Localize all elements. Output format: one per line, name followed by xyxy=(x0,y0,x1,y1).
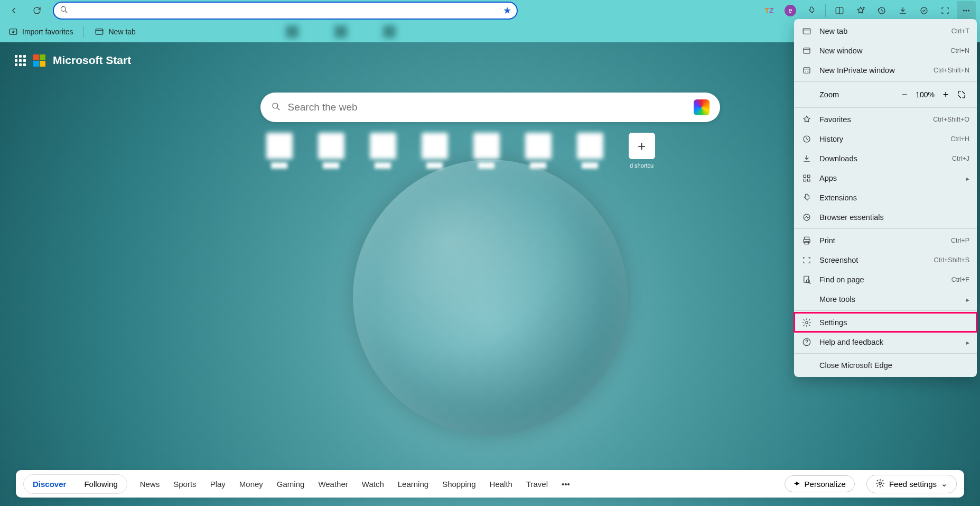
tab-discover[interactable]: Discover xyxy=(25,476,73,492)
feed-link-learning[interactable]: Learning xyxy=(397,476,430,492)
menu-screenshot[interactable]: Screenshot Ctrl+Shift+S xyxy=(794,250,977,270)
feed-settings-button[interactable]: Feed settings ⌄ xyxy=(866,475,957,493)
svg-rect-11 xyxy=(804,48,810,53)
browser-essentials-icon[interactable] xyxy=(914,1,934,20)
find-icon xyxy=(801,274,812,285)
download-icon xyxy=(801,153,812,164)
shortcut-item[interactable]: ████ xyxy=(318,133,345,169)
new-tab-favorite[interactable]: New tab xyxy=(90,25,139,39)
toolbar-divider xyxy=(825,4,826,17)
app-launcher-icon[interactable] xyxy=(15,55,26,66)
chevron-right-icon xyxy=(966,338,969,346)
address-input[interactable] xyxy=(73,6,503,15)
menu-more-tools[interactable]: More tools xyxy=(794,289,977,309)
svg-rect-10 xyxy=(803,28,810,34)
feed-link-weather[interactable]: Weather xyxy=(317,476,349,492)
menu-browser-essentials[interactable]: Browser essentials xyxy=(794,207,977,227)
menu-settings[interactable]: Settings xyxy=(794,312,977,332)
shortcut-item[interactable]: ████ xyxy=(266,133,293,169)
feed-more-icon[interactable]: ••• xyxy=(561,476,571,492)
feed-link-shopping[interactable]: Shopping xyxy=(441,476,477,492)
extension-tz-icon[interactable]: TZ xyxy=(760,1,779,20)
search-icon xyxy=(271,102,281,114)
background-bubble xyxy=(353,160,628,435)
shortcut-item[interactable]: ████ xyxy=(576,133,604,169)
copilot-icon[interactable] xyxy=(694,99,710,115)
feed-link-watch[interactable]: Watch xyxy=(361,476,385,492)
menu-help-feedback[interactable]: Help and feedback xyxy=(794,332,977,352)
blurred-favorites xyxy=(284,25,398,38)
feed-link-money[interactable]: Money xyxy=(238,476,264,492)
menu-inprivate-window[interactable]: New InPrivate window Ctrl+Shift+N xyxy=(794,60,977,80)
favorite-star-icon[interactable]: ★ xyxy=(503,5,511,16)
import-icon xyxy=(8,27,18,36)
split-screen-icon[interactable] xyxy=(830,1,849,20)
menu-zoom-row: Zoom − 100% + xyxy=(794,84,977,106)
svg-point-4 xyxy=(966,10,967,11)
svg-rect-17 xyxy=(808,179,810,181)
svg-rect-16 xyxy=(804,179,806,181)
menu-downloads[interactable]: Downloads Ctrl+J xyxy=(794,149,977,168)
shortcut-item[interactable]: ████ xyxy=(369,133,397,169)
add-shortcut-button[interactable]: +d shortcu xyxy=(628,133,656,169)
svg-rect-18 xyxy=(805,237,809,240)
favorites-icon[interactable] xyxy=(851,1,870,20)
menu-print[interactable]: Print Ctrl+P xyxy=(794,231,977,250)
screenshot-icon[interactable] xyxy=(936,1,955,20)
web-search-input[interactable] xyxy=(288,102,689,113)
feed-link-travel[interactable]: Travel xyxy=(525,476,549,492)
feed-link-play[interactable]: Play xyxy=(209,476,227,492)
tab-following[interactable]: Following xyxy=(77,476,125,492)
back-button[interactable] xyxy=(4,1,23,20)
sparkle-icon: ✦ xyxy=(794,479,800,489)
menu-close-edge[interactable]: Close Microsoft Edge xyxy=(794,355,977,375)
fullscreen-button[interactable] xyxy=(954,87,969,103)
chevron-down-icon: ⌄ xyxy=(941,479,948,489)
help-icon xyxy=(801,337,812,347)
gear-icon xyxy=(875,479,885,490)
menu-favorites[interactable]: Favorites Ctrl+Shift+O xyxy=(794,109,977,129)
chevron-right-icon xyxy=(966,174,969,182)
menu-extensions[interactable]: Extensions xyxy=(794,188,977,207)
feed-link-health[interactable]: Health xyxy=(489,476,514,492)
personalize-button[interactable]: ✦ Personalize xyxy=(785,475,855,492)
web-search-box[interactable] xyxy=(260,93,720,122)
svg-rect-7 xyxy=(96,29,104,35)
import-favorites-button[interactable]: Import favorites xyxy=(4,25,77,39)
downloads-icon[interactable] xyxy=(893,1,912,20)
menu-find-on-page[interactable]: Find on page Ctrl+F xyxy=(794,270,977,289)
menu-history[interactable]: History Ctrl+H xyxy=(794,129,977,149)
zoom-out-button[interactable]: − xyxy=(897,87,912,103)
chevron-right-icon xyxy=(966,295,969,303)
ms-start-header: Microsoft Start xyxy=(15,54,131,67)
menu-new-tab[interactable]: New tab Ctrl+T xyxy=(794,21,977,41)
search-icon xyxy=(59,5,69,16)
extension-e-icon[interactable]: e xyxy=(781,1,800,20)
microsoft-logo-icon xyxy=(33,54,45,67)
feed-link-gaming[interactable]: Gaming xyxy=(276,476,306,492)
tab-icon xyxy=(801,26,812,36)
svg-point-5 xyxy=(968,10,969,11)
address-bar[interactable]: ★ xyxy=(53,2,518,20)
svg-point-23 xyxy=(806,321,808,324)
gear-icon xyxy=(801,317,812,328)
refresh-button[interactable] xyxy=(27,1,46,20)
extensions-icon[interactable] xyxy=(802,1,821,20)
feed-bar: Discover Following News Sports Play Mone… xyxy=(16,470,964,498)
svg-point-9 xyxy=(879,482,882,484)
more-menu-button[interactable] xyxy=(957,1,976,20)
svg-rect-15 xyxy=(808,175,810,178)
feed-mode-tabs: Discover Following xyxy=(23,474,127,494)
window-icon xyxy=(801,45,812,56)
zoom-in-button[interactable]: + xyxy=(938,87,954,103)
menu-new-window[interactable]: New window Ctrl+N xyxy=(794,41,977,60)
shortcut-item[interactable]: ████ xyxy=(421,133,449,169)
shortcut-item[interactable]: ████ xyxy=(473,133,500,169)
feed-link-sports[interactable]: Sports xyxy=(172,476,197,492)
history-icon[interactable] xyxy=(872,1,891,20)
zoom-value: 100% xyxy=(916,90,935,99)
menu-apps[interactable]: Apps xyxy=(794,168,977,188)
feed-link-news[interactable]: News xyxy=(139,476,161,492)
tab-icon xyxy=(95,27,104,36)
shortcut-item[interactable]: ████ xyxy=(525,133,552,169)
